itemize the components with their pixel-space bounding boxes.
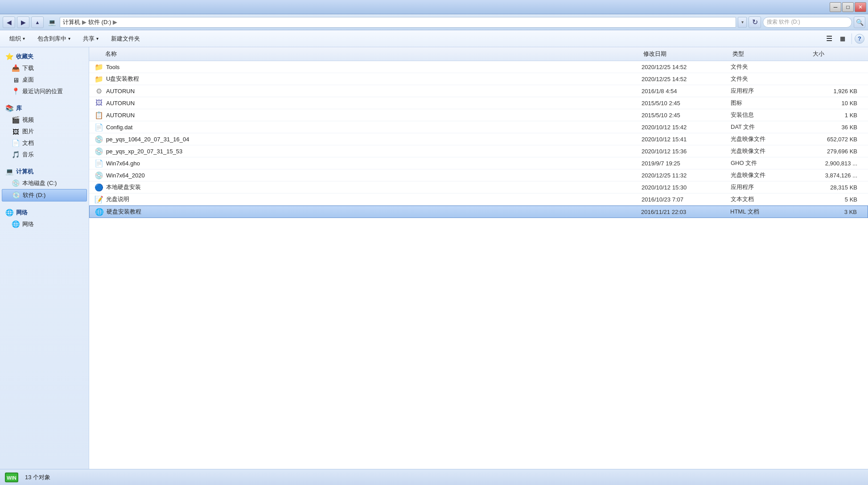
file-name-cell: ⚙ AUTORUN	[93, 86, 642, 95]
include-library-label: 包含到库中	[37, 35, 66, 43]
column-header: 名称 修改日期 类型 大小	[89, 47, 868, 61]
path-computer[interactable]: 计算机	[63, 18, 80, 26]
address-path[interactable]: 计算机 ▶ 软件 (D:) ▶	[60, 17, 736, 28]
minimize-button[interactable]: ─	[830, 2, 841, 12]
search-placeholder: 搜索 软件 (D:)	[767, 18, 800, 26]
col-size[interactable]: 大小	[811, 49, 864, 59]
file-name-cell: 🖼 AUTORUN	[93, 99, 642, 107]
video-icon: 🎬	[12, 116, 20, 124]
col-type[interactable]: 类型	[731, 49, 811, 59]
status-count: 13 个对象	[25, 473, 50, 481]
file-row[interactable]: 💿 Win7x64_2020 2020/12/25 11:32 光盘映像文件 3…	[89, 169, 868, 181]
include-library-button[interactable]: 包含到库中 ▾	[32, 33, 76, 45]
search-button[interactable]: 🔍	[854, 16, 865, 28]
file-row[interactable]: 🌐 硬盘安装教程 2016/11/21 22:03 HTML 文档 3 KB	[89, 206, 868, 218]
main-layout: ⭐ 收藏夹 📥 下载 🖥 桌面 📍 最近访问的位置 📚 库	[0, 47, 868, 469]
network-item-label: 网络	[22, 220, 34, 228]
sidebar-item-download[interactable]: 📥 下载	[2, 62, 87, 74]
organize-button[interactable]: 组织 ▾	[4, 33, 31, 45]
file-type-icon: 📄	[95, 159, 103, 168]
new-folder-button[interactable]: 新建文件夹	[105, 33, 146, 45]
file-type-icon: 📁	[95, 74, 103, 83]
file-row[interactable]: 🖼 AUTORUN 2015/5/10 2:45 图标 10 KB	[89, 97, 868, 109]
file-name: 硬盘安装教程	[107, 208, 141, 216]
file-row[interactable]: 💿 pe_yqs_xp_20_07_31_15_53 2020/10/12 15…	[89, 145, 868, 157]
close-button[interactable]: ✕	[855, 2, 866, 12]
drive-c-label: 本地磁盘 (C:)	[22, 179, 57, 187]
file-type-icon: 📁	[95, 62, 103, 71]
sidebar-item-local-c[interactable]: 💿 本地磁盘 (C:)	[2, 177, 87, 189]
new-folder-label: 新建文件夹	[111, 35, 140, 43]
file-row[interactable]: 📋 AUTORUN 2015/5/10 2:45 安装信息 1 KB	[89, 109, 868, 121]
file-name: AUTORUN	[106, 112, 135, 119]
address-dropdown-button[interactable]: ▾	[738, 17, 747, 28]
file-name-cell: 📝 光盘说明	[93, 195, 642, 204]
file-name: AUTORUN	[106, 88, 135, 95]
file-row[interactable]: 📁 Tools 2020/12/25 14:52 文件夹	[89, 61, 868, 73]
file-row[interactable]: 📝 光盘说明 2016/10/23 7:07 文本文档 5 KB	[89, 193, 868, 206]
help-button[interactable]: ?	[855, 34, 864, 44]
file-type-label: 文件夹	[731, 63, 811, 71]
computer-header[interactable]: 💻 计算机	[2, 166, 87, 177]
file-row[interactable]: 📄 Config.dat 2020/10/12 15:42 DAT 文件 36 …	[89, 121, 868, 133]
music-label: 音乐	[22, 151, 34, 159]
file-name-cell: 📁 Tools	[93, 62, 642, 71]
favorites-header[interactable]: ⭐ 收藏夹	[2, 51, 87, 62]
file-name: Win7x64.gho	[106, 160, 140, 167]
file-type-icon: 📋	[95, 111, 103, 119]
path-drive[interactable]: 软件 (D:)	[88, 18, 111, 26]
file-modified-date: 2016/11/21 22:03	[641, 209, 730, 215]
documents-label: 文档	[22, 139, 34, 147]
sidebar-item-desktop[interactable]: 🖥 桌面	[2, 74, 87, 86]
file-size: 3 KB	[810, 209, 864, 215]
titlebar: ─ □ ✕	[0, 0, 868, 14]
col-name[interactable]: 名称	[93, 49, 642, 59]
library-header[interactable]: 📚 库	[2, 103, 87, 114]
recent-icon: 📍	[12, 87, 20, 95]
file-row[interactable]: ⚙ AUTORUN 2016/1/8 4:54 应用程序 1,926 KB	[89, 85, 868, 97]
include-dropdown-icon: ▾	[68, 36, 70, 41]
library-icon: 📚	[5, 104, 13, 112]
sidebar-item-pictures[interactable]: 🖼 图片	[2, 126, 87, 137]
forward-button[interactable]: ▶	[17, 16, 29, 28]
file-type-icon: 💿	[95, 135, 103, 144]
file-type-label: GHO 文件	[731, 159, 811, 167]
video-label: 视频	[22, 116, 34, 124]
file-modified-date: 2019/9/7 19:25	[642, 160, 731, 167]
sidebar-item-music[interactable]: 🎵 音乐	[2, 149, 87, 160]
sidebar-item-documents[interactable]: 📄 文档	[2, 137, 87, 149]
file-size: 5 KB	[811, 196, 864, 203]
favorites-section: ⭐ 收藏夹 📥 下载 🖥 桌面 📍 最近访问的位置	[2, 51, 87, 97]
computer-section: 💻 计算机 💿 本地磁盘 (C:) 💿 软件 (D:)	[2, 166, 87, 201]
music-icon: 🎵	[12, 151, 20, 159]
file-modified-date: 2020/12/25 14:52	[642, 76, 731, 82]
file-name: pe_yqs_1064_20_07_31_16_04	[106, 136, 189, 143]
view-options-button[interactable]: ☰	[823, 33, 835, 45]
back-button[interactable]: ◀	[3, 16, 15, 28]
share-button[interactable]: 共享 ▾	[77, 33, 104, 45]
file-row[interactable]: 💿 pe_yqs_1064_20_07_31_16_04 2020/10/12 …	[89, 133, 868, 145]
status-app-icon: WIN	[4, 469, 20, 485]
file-name-cell: 💿 pe_yqs_1064_20_07_31_16_04	[93, 135, 642, 144]
col-modified[interactable]: 修改日期	[642, 49, 731, 59]
up-button[interactable]: ▲	[31, 16, 44, 28]
file-row[interactable]: 📁 U盘安装教程 2020/12/25 14:52 文件夹	[89, 73, 868, 85]
network-header[interactable]: 🌐 网络	[2, 207, 87, 218]
change-view-button[interactable]: ▦	[836, 33, 849, 45]
search-box[interactable]: 搜索 软件 (D:)	[763, 17, 852, 28]
file-name: U盘安装教程	[106, 75, 139, 83]
sidebar-item-video[interactable]: 🎬 视频	[2, 114, 87, 126]
file-row[interactable]: 📄 Win7x64.gho 2019/9/7 19:25 GHO 文件 2,90…	[89, 157, 868, 169]
refresh-button[interactable]: ↻	[749, 16, 761, 28]
file-name: Config.dat	[106, 124, 132, 131]
sidebar-item-network[interactable]: 🌐 网络	[2, 218, 87, 230]
toolbar-divider	[852, 33, 852, 44]
maximize-button[interactable]: □	[842, 2, 854, 12]
sidebar-item-recent[interactable]: 📍 最近访问的位置	[2, 86, 87, 97]
pictures-label: 图片	[22, 127, 34, 136]
computer-label: 计算机	[16, 168, 33, 176]
file-row[interactable]: 🔵 本地硬盘安装 2020/10/12 15:30 应用程序 28,315 KB	[89, 181, 868, 193]
file-name-cell: 📋 AUTORUN	[93, 111, 642, 119]
sidebar: ⭐ 收藏夹 📥 下载 🖥 桌面 📍 最近访问的位置 📚 库	[0, 47, 89, 469]
sidebar-item-drive-d[interactable]: 💿 软件 (D:)	[2, 189, 87, 201]
